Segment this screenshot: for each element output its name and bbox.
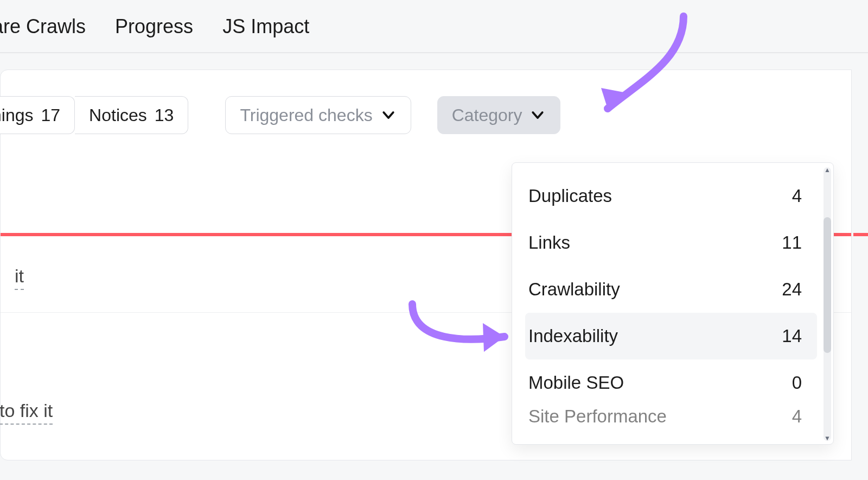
filter-notices-label: Notices	[89, 105, 147, 125]
tab-compare-crawls[interactable]: pare Crawls	[0, 15, 86, 38]
scroll-up-icon[interactable]: ▲	[824, 166, 831, 174]
filter-warnings[interactable]: nings 17	[0, 96, 75, 134]
category-option-duplicates[interactable]: Duplicates 4	[525, 173, 817, 219]
category-option-count: 14	[782, 326, 814, 346]
category-option-count: 24	[782, 279, 814, 300]
category-option-label: Duplicates	[528, 186, 612, 206]
filter-warnings-label: nings	[0, 105, 34, 125]
filter-triggered-label: Triggered checks	[240, 105, 372, 125]
category-option-crawlability[interactable]: Crawlability 24	[525, 266, 817, 313]
category-dropdown: Duplicates 4 Links 11 Crawlability 24 In…	[512, 162, 834, 445]
tab-progress[interactable]: Progress	[115, 15, 193, 38]
tabs-row: pare Crawls Progress JS Impact	[0, 0, 868, 48]
category-option-label: Crawlability	[528, 279, 620, 300]
category-dropdown-list: Duplicates 4 Links 11 Crawlability 24 In…	[512, 163, 833, 435]
error-divider-line-right	[853, 233, 868, 236]
how-to-fix-link[interactable]: to fix it	[0, 400, 53, 425]
category-option-count: 0	[792, 372, 814, 393]
category-option-count: 11	[782, 232, 814, 253]
category-option-label: Mobile SEO	[528, 372, 624, 393]
scrollbar-thumb[interactable]	[824, 217, 831, 353]
issues-panel: nings 17 Notices 13 Triggered checks Cat…	[0, 70, 852, 460]
chevron-down-icon	[380, 107, 397, 123]
tab-js-impact[interactable]: JS Impact	[222, 15, 309, 38]
how-to-fix-link-fragment[interactable]: it	[15, 266, 24, 290]
category-option-mobile-seo[interactable]: Mobile SEO 0	[525, 359, 817, 406]
category-option-links[interactable]: Links 11	[525, 219, 817, 266]
tab-divider	[0, 52, 868, 53]
filter-notices-count: 13	[155, 105, 174, 125]
filter-category-label: Category	[452, 105, 522, 125]
category-option-label: Links	[528, 232, 570, 253]
category-option-indexability[interactable]: Indexability 14	[525, 313, 817, 359]
filter-category[interactable]: Category	[437, 96, 561, 134]
filter-triggered-checks[interactable]: Triggered checks	[225, 96, 411, 134]
filter-row: nings 17 Notices 13 Triggered checks Cat…	[0, 96, 851, 134]
dropdown-scrollbar[interactable]: ▲ ▼	[824, 167, 831, 441]
chevron-down-icon	[529, 107, 546, 123]
filter-notices[interactable]: Notices 13	[75, 96, 188, 134]
category-option-site-performance[interactable]: Site Performance 4	[525, 406, 817, 435]
scroll-down-icon[interactable]: ▼	[824, 434, 831, 442]
category-option-count: 4	[792, 186, 814, 206]
category-option-label: Site Performance	[528, 406, 667, 427]
filter-warnings-count: 17	[41, 105, 61, 125]
category-option-count: 4	[792, 406, 814, 427]
category-option-label: Indexability	[528, 326, 618, 346]
